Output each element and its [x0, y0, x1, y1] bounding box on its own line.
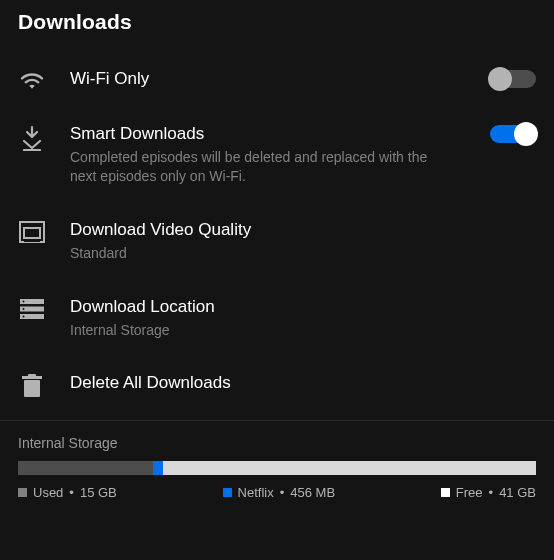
- delete-all-title: Delete All Downloads: [70, 372, 536, 395]
- storage-bar: [18, 461, 536, 475]
- storage-bar-free: [163, 461, 536, 475]
- wifi-icon: [18, 68, 46, 90]
- legend-netflix-label: Netflix: [238, 485, 274, 500]
- trash-icon: [18, 372, 46, 398]
- row-text: Download Location Internal Storage: [70, 296, 536, 341]
- download-location-title: Download Location: [70, 296, 536, 319]
- legend-free-label: Free: [456, 485, 483, 500]
- svg-rect-10: [24, 380, 40, 397]
- settings-list: Wi-Fi Only Smart Downloads Completed epi…: [0, 52, 554, 414]
- toggle-knob: [514, 122, 538, 146]
- row-text: Wi-Fi Only: [70, 68, 466, 91]
- legend-used-value: 15 GB: [80, 485, 117, 500]
- smart-downloads-toggle[interactable]: [490, 125, 536, 143]
- video-quality-title: Download Video Quality: [70, 219, 536, 242]
- legend-free: Free • 41 GB: [441, 485, 536, 500]
- swatch-netflix: [223, 488, 232, 497]
- video-quality-value: Standard: [70, 244, 450, 264]
- page-title: Downloads: [18, 10, 536, 34]
- storage-label: Internal Storage: [18, 435, 536, 451]
- swatch-used: [18, 488, 27, 497]
- storage-bar-netflix: [153, 461, 163, 475]
- row-text: Delete All Downloads: [70, 372, 536, 395]
- legend-free-value: 41 GB: [499, 485, 536, 500]
- legend-netflix: Netflix • 456 MB: [223, 485, 336, 500]
- wifi-only-title: Wi-Fi Only: [70, 68, 466, 91]
- row-video-quality[interactable]: Download Video Quality Standard: [0, 203, 554, 280]
- legend-netflix-value: 456 MB: [290, 485, 335, 500]
- legend-used-label: Used: [33, 485, 63, 500]
- download-location-value: Internal Storage: [70, 321, 450, 341]
- row-control: [490, 123, 536, 143]
- smart-downloads-subtitle: Completed episodes will be deleted and r…: [70, 148, 450, 187]
- row-text: Download Video Quality Standard: [70, 219, 536, 264]
- storage-bar-used: [18, 461, 153, 475]
- row-wifi-only[interactable]: Wi-Fi Only: [0, 52, 554, 107]
- legend-used: Used • 15 GB: [18, 485, 117, 500]
- storage-legend: Used • 15 GB Netflix • 456 MB Free • 41 …: [18, 485, 536, 500]
- legend-dot: •: [489, 485, 494, 500]
- smart-download-icon: [18, 123, 46, 151]
- row-control: [490, 68, 536, 88]
- svg-point-7: [23, 300, 25, 302]
- svg-rect-12: [28, 374, 36, 377]
- video-quality-icon: [18, 219, 46, 243]
- svg-rect-2: [24, 228, 40, 242]
- svg-point-8: [23, 308, 25, 310]
- row-smart-downloads[interactable]: Smart Downloads Completed episodes will …: [0, 107, 554, 203]
- swatch-free: [441, 488, 450, 497]
- row-delete-all[interactable]: Delete All Downloads: [0, 356, 554, 414]
- storage-section: Internal Storage Used • 15 GB Netflix • …: [0, 421, 554, 512]
- toggle-knob: [488, 67, 512, 91]
- row-download-location[interactable]: Download Location Internal Storage: [0, 280, 554, 357]
- header: Downloads: [0, 0, 554, 52]
- storage-icon: [18, 296, 46, 320]
- legend-dot: •: [69, 485, 74, 500]
- legend-dot: •: [280, 485, 285, 500]
- wifi-only-toggle[interactable]: [490, 70, 536, 88]
- svg-point-9: [23, 315, 25, 317]
- row-text: Smart Downloads Completed episodes will …: [70, 123, 466, 187]
- smart-downloads-title: Smart Downloads: [70, 123, 466, 146]
